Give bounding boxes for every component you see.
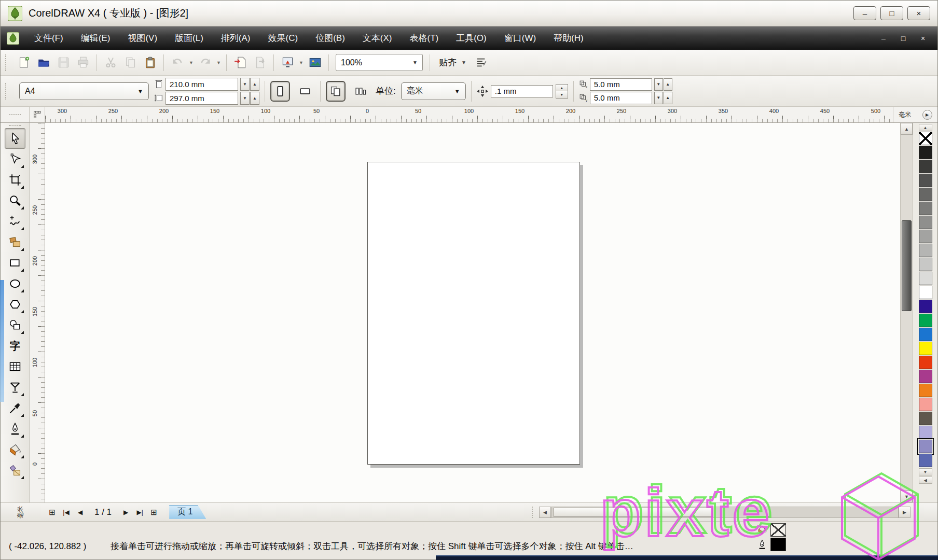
toolbox-drag-handle[interactable]	[9, 125, 21, 126]
zoom-tool[interactable]	[5, 190, 25, 211]
crop-tool[interactable]	[5, 170, 25, 190]
paste-button[interactable]	[140, 53, 160, 73]
scroll-right-round-button[interactable]: ▶	[922, 110, 932, 120]
drawing-canvas[interactable]	[45, 123, 900, 502]
color-swatch[interactable]	[919, 314, 932, 327]
save-button[interactable]	[53, 53, 73, 73]
color-swatch[interactable]	[919, 384, 932, 397]
rectangle-tool[interactable]	[5, 253, 25, 273]
undo-button-dropdown[interactable]: ▼	[187, 53, 195, 73]
color-swatch[interactable]	[919, 328, 932, 341]
document-restore-button[interactable]: □	[898, 34, 908, 43]
color-swatch[interactable]	[919, 286, 932, 299]
outline-pen-tool[interactable]	[5, 418, 25, 439]
menu-item-table[interactable]: 表格(T)	[401, 29, 447, 48]
duplicate-distance-y-field[interactable]: 5.0 mm	[590, 92, 652, 104]
shape-tool[interactable]	[5, 149, 25, 170]
basic-shapes-tool[interactable]	[5, 315, 25, 335]
outline-color-indicator[interactable]	[770, 538, 786, 551]
nudge-offset-field[interactable]: .1 mm	[491, 85, 553, 97]
units-combo[interactable]: 毫米 ▼	[401, 82, 466, 100]
menu-item-layout[interactable]: 版面(L)	[166, 29, 212, 48]
paper-height-down-button[interactable]: ▼	[240, 92, 250, 105]
undo-button[interactable]	[168, 53, 187, 73]
interactive-blend-tool[interactable]	[5, 377, 25, 398]
menu-item-bitmaps[interactable]: 位图(B)	[307, 29, 354, 48]
nudge-down-button[interactable]: ▼	[556, 91, 568, 98]
color-swatch[interactable]	[919, 174, 932, 187]
current-page-layout-button[interactable]	[351, 81, 370, 102]
color-swatch[interactable]	[919, 342, 932, 355]
copy-button[interactable]	[120, 53, 140, 73]
page-tab-1[interactable]: 页 1	[169, 505, 206, 519]
application-launcher-button[interactable]	[278, 53, 297, 73]
horizontal-ruler[interactable]: 3002502001501005005010015020025030035040…	[45, 107, 893, 122]
vertical-scrollbar-thumb[interactable]	[902, 220, 912, 311]
eyedropper-tool[interactable]	[5, 398, 25, 418]
add-page-end-button[interactable]: ⊞	[147, 506, 161, 519]
horizontal-scrollbar-thumb[interactable]	[554, 508, 713, 517]
scroll-down-button[interactable]: ▼	[901, 491, 913, 502]
pick-tool[interactable]	[5, 128, 25, 149]
text-tool[interactable]: 字	[5, 335, 25, 356]
scroll-right-button[interactable]: ▶	[899, 507, 911, 518]
color-swatch[interactable]	[919, 454, 932, 467]
color-swatch[interactable]	[919, 188, 932, 201]
color-swatch[interactable]	[919, 230, 932, 243]
smart-fill-tool[interactable]	[5, 232, 25, 253]
duplicate-y-down-button[interactable]: ▼	[654, 92, 663, 104]
menu-item-window[interactable]: 窗口(W)	[495, 29, 545, 48]
color-swatch[interactable]	[919, 160, 932, 173]
duplicate-x-down-button[interactable]: ▼	[654, 78, 663, 91]
paper-width-field[interactable]: 210.0 mm	[165, 78, 238, 91]
menu-item-view[interactable]: 视图(V)	[119, 29, 166, 48]
fill-color-indicator[interactable]	[770, 523, 786, 537]
paper-height-field[interactable]: 297.0 mm	[165, 92, 238, 105]
all-pages-layout-button[interactable]	[326, 81, 346, 102]
open-button[interactable]	[34, 53, 53, 73]
scroll-up-button[interactable]: ▲	[901, 123, 913, 135]
menu-item-help[interactable]: 帮助(H)	[545, 29, 592, 48]
cut-button[interactable]	[101, 53, 120, 73]
document-page[interactable]	[367, 162, 580, 465]
paper-width-down-button[interactable]: ▼	[240, 78, 250, 91]
menu-item-edit[interactable]: 编辑(E)	[72, 29, 119, 48]
menu-item-tools[interactable]: 工具(O)	[447, 29, 495, 48]
color-swatch[interactable]	[919, 412, 932, 425]
palette-expand-button[interactable]: ◀	[919, 477, 932, 484]
duplicate-y-up-button[interactable]: ▲	[664, 92, 672, 104]
duplicate-distance-x-field[interactable]: 5.0 mm	[590, 78, 652, 91]
print-button[interactable]	[73, 53, 93, 73]
color-swatch[interactable]	[919, 272, 932, 285]
color-swatch[interactable]	[919, 398, 932, 411]
document-close-button[interactable]: ×	[918, 34, 928, 43]
paper-width-up-button[interactable]: ▲	[250, 78, 259, 91]
landscape-orientation-button[interactable]	[295, 81, 315, 102]
duplicate-x-up-button[interactable]: ▲	[664, 78, 672, 91]
color-swatch[interactable]	[919, 216, 932, 229]
new-document-button[interactable]	[14, 53, 34, 73]
color-swatch[interactable]	[919, 146, 932, 159]
maximize-button[interactable]: □	[880, 6, 903, 20]
scroll-left-button[interactable]: ◀	[539, 507, 551, 518]
first-page-button[interactable]: |◀	[59, 506, 73, 519]
last-page-button[interactable]: ▶|	[133, 506, 147, 519]
palette-scroll-down-button[interactable]: ▼	[919, 468, 932, 475]
portrait-orientation-button[interactable]	[270, 81, 290, 102]
color-swatch[interactable]	[919, 440, 932, 453]
color-swatch[interactable]	[919, 244, 932, 257]
fill-tool[interactable]	[5, 439, 25, 460]
next-page-button[interactable]: ▶	[119, 506, 133, 519]
import-button[interactable]	[230, 53, 250, 73]
vertical-ruler[interactable]: 300250200150100500	[30, 123, 45, 502]
application-launcher-button-dropdown[interactable]: ▼	[297, 53, 305, 73]
horizontal-scrollbar-track[interactable]	[551, 507, 899, 518]
add-page-start-button[interactable]: ⊞	[45, 506, 59, 519]
export-button[interactable]	[250, 53, 270, 73]
table-tool[interactable]	[5, 356, 25, 377]
ruler-origin-button[interactable]	[30, 107, 45, 122]
interactive-fill-tool[interactable]	[5, 460, 25, 481]
freehand-tool[interactable]	[5, 211, 25, 232]
snap-to-dropdown[interactable]: 贴齐▼	[434, 57, 472, 68]
toolbar-drag-handle[interactable]	[5, 54, 10, 71]
